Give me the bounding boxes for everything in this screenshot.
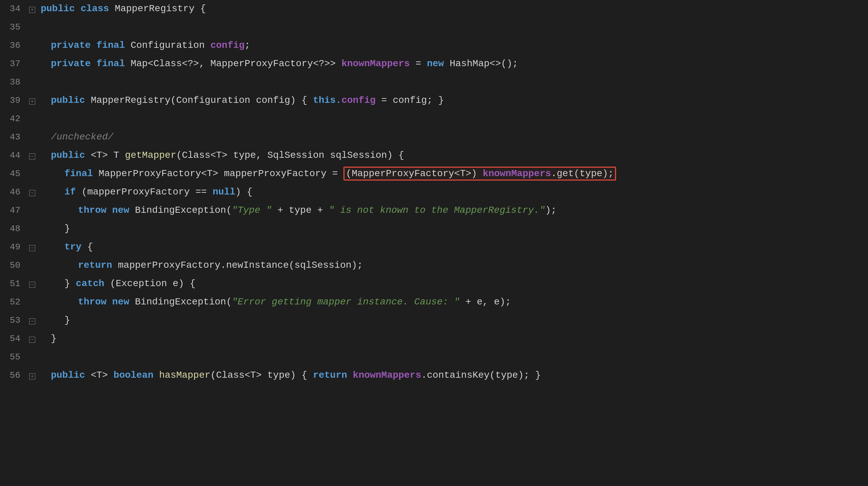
code-line-56: 56 + public <T> boolean hasMapper(Class<… (0, 368, 868, 386)
code-line-52: 52 throw new BindingException("Error get… (0, 295, 868, 313)
code-content: } (37, 331, 868, 347)
code-content: throw new BindingException("Error gettin… (37, 295, 868, 310)
code-line-34: 34 + public class MapperRegistry { (0, 1, 868, 20)
fold-icon[interactable]: − (29, 318, 35, 324)
line-number: 48 (0, 222, 27, 236)
code-content: public <T> T getMapper(Class<T> type, Sq… (37, 148, 868, 163)
line-number: 42 (0, 112, 27, 126)
code-content (37, 20, 868, 35)
code-content: final MapperProxyFactory<T> mapperProxyF… (37, 166, 868, 182)
fold-gutter[interactable]: + (27, 7, 37, 13)
line-number: 38 (0, 75, 27, 90)
code-content: /unchecked/ (37, 130, 868, 145)
fold-icon[interactable]: − (29, 153, 35, 160)
line-number: 45 (0, 167, 27, 181)
code-content: } (37, 313, 868, 328)
code-editor: 34 + public class MapperRegistry { 35 36… (0, 0, 868, 486)
code-line-55: 55 (0, 350, 868, 368)
fold-gutter[interactable]: − (27, 190, 37, 196)
code-line-38: 38 (0, 75, 868, 93)
fold-gutter[interactable]: − (27, 337, 37, 343)
code-line-42: 42 (0, 111, 868, 130)
line-number: 43 (0, 130, 27, 145)
code-line-54: 54 − } (0, 331, 868, 350)
code-line-37: 37 private final Map<Class<?>, MapperPro… (0, 56, 868, 75)
code-content: throw new BindingException("Type " + typ… (37, 203, 868, 218)
code-content (37, 75, 868, 90)
code-line-51: 51 − } catch (Exception e) { (0, 276, 868, 295)
code-content: } catch (Exception e) { (37, 276, 868, 292)
code-content: return mapperProxyFactory.newInstance(sq… (37, 258, 868, 273)
line-number: 44 (0, 149, 27, 163)
code-line-49: 49 − try { (0, 240, 868, 258)
line-number: 49 (0, 240, 27, 255)
fold-icon[interactable]: + (29, 373, 35, 379)
highlight-box: (MapperProxyFactory<T>) knownMappers.get… (343, 167, 616, 181)
code-content: public MapperRegistry(Configuration conf… (37, 93, 868, 108)
code-line-45: 45 final MapperProxyFactory<T> mapperPro… (0, 166, 868, 185)
code-line-36: 36 private final Configuration config; (0, 38, 868, 56)
code-line-47: 47 throw new BindingException("Type " + … (0, 203, 868, 221)
line-number: 37 (0, 57, 27, 71)
line-number: 47 (0, 204, 27, 218)
code-line-53: 53 − } (0, 313, 868, 331)
fold-gutter[interactable]: + (27, 98, 37, 105)
fold-gutter[interactable]: − (27, 318, 37, 324)
code-content (37, 111, 868, 127)
line-number: 35 (0, 20, 27, 35)
line-number: 55 (0, 350, 27, 364)
fold-icon[interactable]: − (29, 190, 35, 196)
code-line-43: 43 /unchecked/ (0, 130, 868, 148)
code-content (37, 350, 868, 365)
fold-icon[interactable]: − (29, 282, 35, 288)
line-number: 36 (0, 39, 27, 53)
fold-icon[interactable]: + (29, 98, 35, 105)
fold-icon[interactable]: + (29, 7, 35, 13)
fold-icon[interactable]: − (29, 337, 35, 343)
line-number: 39 (0, 94, 27, 108)
code-line-50: 50 return mapperProxyFactory.newInstance… (0, 258, 868, 276)
fold-icon[interactable]: − (29, 245, 35, 251)
code-content: try { (37, 240, 868, 255)
code-content: public class MapperRegistry { (37, 1, 868, 17)
code-line-35: 35 (0, 20, 868, 38)
code-content: } (37, 221, 868, 237)
code-content: public <T> boolean hasMapper(Class<T> ty… (37, 368, 868, 383)
line-number: 46 (0, 185, 27, 200)
line-number: 53 (0, 314, 27, 328)
code-content: if (mapperProxyFactory == null) { (37, 185, 868, 200)
code-content: private final Map<Class<?>, MapperProxyF… (37, 56, 868, 72)
line-number: 50 (0, 259, 27, 273)
code-line-48: 48 } (0, 221, 868, 240)
code-content: private final Configuration config; (37, 38, 868, 53)
fold-gutter[interactable]: − (27, 282, 37, 288)
line-number: 54 (0, 332, 27, 346)
line-number: 34 (0, 2, 27, 16)
line-number: 56 (0, 369, 27, 383)
code-line-44: 44 − public <T> T getMapper(Class<T> typ… (0, 148, 868, 166)
code-line-39: 39 + public MapperRegistry(Configuration… (0, 93, 868, 111)
line-number: 52 (0, 295, 27, 310)
line-number: 51 (0, 277, 27, 291)
fold-gutter[interactable]: + (27, 373, 37, 379)
fold-gutter[interactable]: − (27, 245, 37, 251)
fold-gutter[interactable]: − (27, 153, 37, 160)
code-line-46: 46 − if (mapperProxyFactory == null) { (0, 185, 868, 203)
